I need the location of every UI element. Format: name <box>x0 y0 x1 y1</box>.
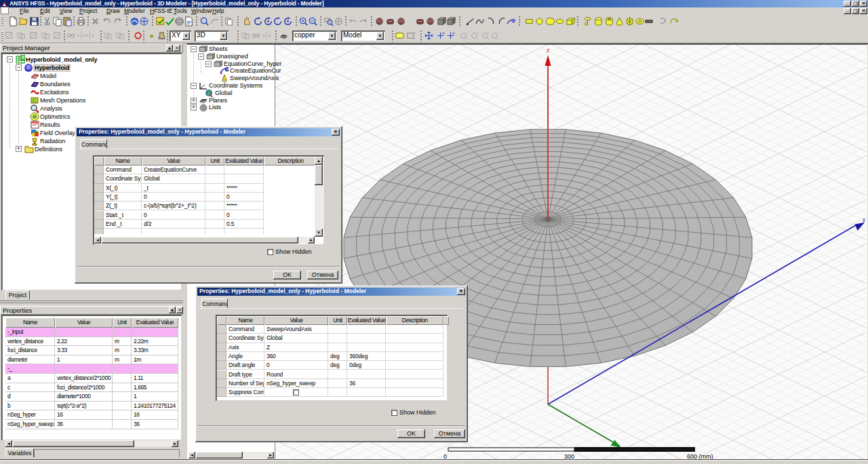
svg-text:z: z <box>547 47 550 54</box>
svg-text:0: 0 <box>443 453 447 459</box>
svg-text:y: y <box>863 216 865 223</box>
svg-text:600 (mm): 600 (mm) <box>687 453 713 459</box>
svg-text:300: 300 <box>564 453 574 459</box>
